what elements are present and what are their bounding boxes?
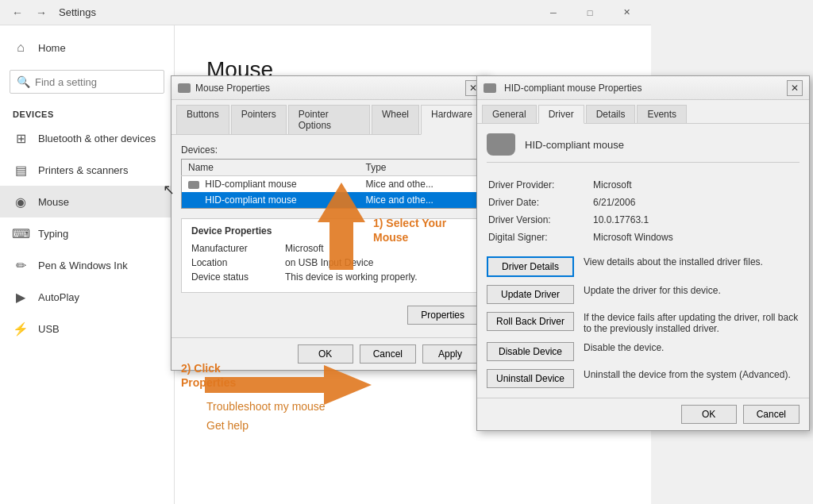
sidebar-label-mouse: Mouse xyxy=(38,196,69,208)
annotation-text-1: 1) Select Your Mouse xyxy=(373,216,446,244)
maximize-button[interactable]: □ xyxy=(572,0,608,25)
mouse-props-icon xyxy=(178,83,191,93)
apply-button-mouse[interactable]: Apply xyxy=(422,344,478,364)
sidebar-label-pen: Pen & Windows Ink xyxy=(38,260,128,271)
ok-button-hid[interactable]: OK xyxy=(681,405,737,424)
annotation-up-arrow xyxy=(310,183,373,270)
sidebar-label-bluetooth: Bluetooth & other devices xyxy=(38,133,156,144)
driver-signer-row: Digital Signer: Microsoft Windows xyxy=(488,229,798,245)
hid-tabs: General Driver Details Events xyxy=(477,100,809,123)
typing-icon: ⌨ xyxy=(13,225,29,241)
title-bar-left: ← → Settings xyxy=(6,2,96,24)
uninstall-device-row: Uninstall Device Uninstall the device fr… xyxy=(487,369,800,388)
uninstall-device-desc: Uninstall the device from the system (Ad… xyxy=(584,369,800,380)
driver-version-value: 10.0.17763.1 xyxy=(593,212,798,228)
sidebar-label-printers: Printers & scanners xyxy=(38,164,128,176)
mouse-props-title: Mouse Properties xyxy=(195,83,270,94)
hid-body: HID-compliant mouse Driver Provider: Mic… xyxy=(477,123,809,398)
disable-device-desc: Disable the device. xyxy=(584,342,800,353)
sidebar-home-item[interactable]: ⌂ Home xyxy=(0,32,174,63)
window-controls: ─ □ ✕ xyxy=(535,0,645,25)
sidebar-item-mouse[interactable]: ◉ Mouse xyxy=(0,186,174,217)
sidebar-item-typing[interactable]: ⌨ Typing xyxy=(0,217,174,249)
col-type: Type xyxy=(360,160,478,176)
roll-back-driver-desc: If the device fails after updating the d… xyxy=(584,312,800,334)
tab-hardware[interactable]: Hardware xyxy=(421,105,483,135)
sidebar-item-bluetooth[interactable]: ⊞ Bluetooth & other devices xyxy=(0,122,174,154)
device-icon-2 xyxy=(188,197,199,205)
title-bar-nav: ← → xyxy=(6,2,52,24)
prop-location-label: Location xyxy=(191,257,279,268)
col-name: Name xyxy=(182,160,360,176)
mouse-props-title-left: Mouse Properties xyxy=(178,83,270,94)
pen-icon: ✏ xyxy=(13,257,29,273)
back-button[interactable]: ← xyxy=(6,2,29,24)
mouse-props-titlebar: Mouse Properties ✕ xyxy=(171,76,487,100)
prop-manufacturer-label: Manufacturer xyxy=(191,243,279,254)
search-icon: 🔍 xyxy=(17,75,30,88)
hid-title-left: HID-compliant mouse Properties xyxy=(484,83,642,94)
tab-details[interactable]: Details xyxy=(586,105,636,123)
driver-provider-value: Microsoft xyxy=(593,177,798,193)
driver-provider-row: Driver Provider: Microsoft xyxy=(488,177,798,193)
devices-label: Devices: xyxy=(181,144,478,156)
hid-props-close[interactable]: ✕ xyxy=(787,80,803,96)
sidebar-search-box[interactable]: 🔍 xyxy=(10,70,164,94)
usb-icon: ⚡ xyxy=(13,321,29,337)
home-icon: ⌂ xyxy=(13,40,29,56)
sidebar-item-pen[interactable]: ✏ Pen & Windows Ink xyxy=(0,249,174,281)
driver-buttons-section: Driver Details View details about the in… xyxy=(487,256,800,388)
sidebar-label-usb: USB xyxy=(38,323,60,335)
driver-date-value: 6/21/2006 xyxy=(593,194,798,210)
cancel-button-hid[interactable]: Cancel xyxy=(743,405,800,424)
mouse-props-tabs: Buttons Pointers Pointer Options Wheel H… xyxy=(171,100,487,134)
tab-wheel[interactable]: Wheel xyxy=(372,105,419,134)
update-driver-desc: Update the driver for this device. xyxy=(584,285,800,296)
home-label: Home xyxy=(38,42,66,54)
driver-signer-label: Digital Signer: xyxy=(488,229,591,245)
driver-version-row: Driver Version: 10.0.17763.1 xyxy=(488,212,798,228)
tab-driver[interactable]: Driver xyxy=(538,105,584,124)
prop-status-value: This device is working properly. xyxy=(285,271,418,283)
disable-device-row: Disable Device Disable the device. xyxy=(487,342,800,361)
forward-button[interactable]: → xyxy=(30,2,52,24)
driver-details-button[interactable]: Driver Details xyxy=(487,256,574,277)
uninstall-device-button[interactable]: Uninstall Device xyxy=(487,369,574,388)
device-icon-1 xyxy=(188,181,199,189)
annotation-text-2: 2) Click Properties xyxy=(181,361,236,390)
cursor-arrow: ↖ xyxy=(163,181,175,198)
roll-back-driver-button[interactable]: Roll Back Driver xyxy=(487,312,574,331)
hid-mouse-graphic xyxy=(487,133,515,156)
hid-props-title: HID-compliant mouse Properties xyxy=(504,83,642,94)
hid-header: HID-compliant mouse xyxy=(487,133,800,163)
tab-pointer-options[interactable]: Pointer Options xyxy=(288,105,370,134)
disable-device-button[interactable]: Disable Device xyxy=(487,342,574,361)
tab-general[interactable]: General xyxy=(482,105,537,123)
sidebar-item-usb[interactable]: ⚡ USB xyxy=(0,313,174,344)
roll-back-driver-row: Roll Back Driver If the device fails aft… xyxy=(487,312,800,334)
properties-button[interactable]: Properties xyxy=(407,306,478,325)
autoplay-icon: ▶ xyxy=(13,289,29,305)
printers-icon: ▤ xyxy=(13,162,29,178)
title-bar: ← → Settings ─ □ ✕ xyxy=(0,0,651,25)
sidebar-item-autoplay[interactable]: ▶ AutoPlay xyxy=(0,281,174,313)
app-title: Settings xyxy=(59,6,96,18)
mouse-icon: ◉ xyxy=(13,194,29,210)
hid-device-name: HID-compliant mouse xyxy=(525,139,624,151)
tab-buttons[interactable]: Buttons xyxy=(176,105,229,134)
update-driver-button[interactable]: Update Driver xyxy=(487,285,574,304)
sidebar: ⌂ Home 🔍 Devices ⊞ Bluetooth & other dev… xyxy=(0,25,175,504)
device-type-1: Mice and othe... xyxy=(360,176,478,193)
driver-signer-value: Microsoft Windows xyxy=(593,229,798,245)
hid-footer: OK Cancel xyxy=(477,398,809,430)
driver-provider-label: Driver Provider: xyxy=(488,177,591,193)
minimize-button[interactable]: ─ xyxy=(535,0,572,25)
tab-events[interactable]: Events xyxy=(637,105,687,123)
driver-version-label: Driver Version: xyxy=(488,212,591,228)
tab-pointers[interactable]: Pointers xyxy=(231,105,287,134)
search-input[interactable] xyxy=(35,76,157,88)
sidebar-item-printers[interactable]: ▤ Printers & scanners xyxy=(0,154,174,186)
hid-properties-dialog: HID-compliant mouse Properties ✕ General… xyxy=(476,75,810,431)
close-button[interactable]: ✕ xyxy=(608,0,645,25)
bluetooth-icon: ⊞ xyxy=(13,130,29,146)
